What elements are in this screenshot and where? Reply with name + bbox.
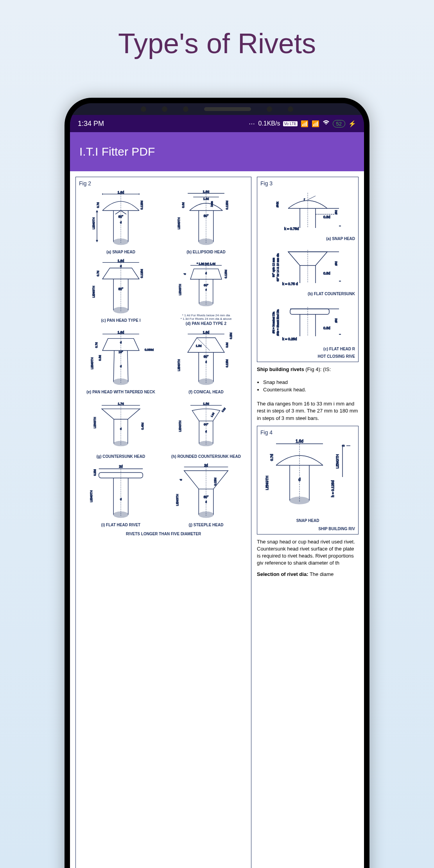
body-para-2: The snap head or cup head rivet used riv… [257,538,359,567]
svg-text:0.5d: 0.5d [323,271,330,275]
svg-text:0.125d: 0.125d [226,359,228,367]
svg-text:k = 0.25d: k = 0.25d [282,337,297,341]
svg-text:0.063d: 0.063d [145,348,154,352]
svg-text:LENGTH: LENGTH [92,286,95,298]
fig3-section-title: HOT CLOSING RIVE [260,354,355,359]
selection-heading: Selection of rivet dia: The diame [257,571,359,578]
svg-text:LENGTH: LENGTH [179,284,182,295]
fig2-footer: RIVETS LONGER THAN FIVE DIAMETER [79,532,248,536]
fig3-label: Fig 3 [260,180,355,187]
svg-text:0.5d: 0.5d [221,407,226,412]
rivet-conical-head: 1.6d 1.5d 60° d LENGTH [164,329,248,396]
svg-text:0.125d: 0.125d [224,270,228,278]
figure-4-box: Fig 4 1.6d d LENGTH [257,426,359,534]
svg-text:d: d [183,273,187,275]
svg-text:h = 0.125d: h = 0.125d [331,480,335,497]
rivet-flat-head: 2d d LENGTH 0.25d (i) FLAT [79,462,163,529]
svg-text:LENGTH: LENGTH [92,217,95,229]
svg-text:3: 3 [341,445,345,447]
svg-text:Ød = Nominal Dia: Ød = Nominal Dia [272,312,275,334]
signal-icon: 📶 [301,120,308,127]
fig2-label: Fig 2 [79,180,248,187]
svg-text:d: d [179,479,183,481]
svg-text:0.45d: 0.45d [141,423,144,430]
svg-text:Ød: Ød [334,319,338,323]
rivet-pan-head-2: * 1.3d (or) 1.4d d 60° d LENGTH d [164,257,248,327]
page-title: Type's of Rivets [0,0,434,59]
svg-text:0.5d: 0.5d [98,355,102,361]
svg-text:Ødk: Ødk [276,201,279,208]
svg-text:0.25d: 0.25d [230,333,232,339]
svg-text:LENGTH: LENGTH [177,217,181,229]
status-time: 1:34 PM [78,120,104,128]
rivet-countersunk: 1.7d d LENGTH 0.45d (g) COU [79,397,163,460]
svg-text:LENGTH: LENGTH [179,421,182,432]
svg-text:Ød: Ød [334,210,338,215]
svg-text:0.7d: 0.7d [270,454,274,461]
svg-text:0.25d: 0.25d [93,469,96,476]
rivet-pan-head-1: 1.6d d 60° LENGTH 0.7d 0.125d [79,257,163,327]
svg-text:LENGTH: LENGTH [177,359,181,371]
svg-text:LENGTH: LENGTH [335,454,339,468]
svg-text:LENGTH: LENGTH [90,490,93,502]
svg-text:LENGTH: LENGTH [93,417,97,429]
figure-2-box: Fig 2 1.6d [75,177,251,868]
phone-frame: 1:34 PM ⋯ 0.1KB/s Vo LTE 📶 📶 52 ⚡ I.T.I … [65,98,369,868]
status-bar: 1:34 PM ⋯ 0.1KB/s Vo LTE 📶 📶 52 ⚡ [70,115,364,132]
rivet-types-list: Snap head Countersunk head. [257,379,359,394]
svg-text:0.125d: 0.125d [214,478,217,486]
svg-text:0.8d: 0.8d [226,343,228,348]
rivet-grid: 1.6d 60° d LENGTH [79,189,248,529]
svg-line-58 [127,351,128,382]
svg-text:0.125d: 0.125d [140,269,143,278]
svg-text:0.5d: 0.5d [323,326,330,330]
wifi-icon [323,120,330,127]
svg-text:90° upto 12 mm: 90° upto 12 mm [272,258,275,277]
rivet-steeple-head: 2d 60° d LENGTH d 0.125d [164,462,248,529]
pdf-viewer[interactable]: Fig 2 1.6d [70,171,364,868]
data-speed: 0.1KB/s [258,120,280,127]
svg-text:k = 0.75d: k = 0.75d [284,227,299,231]
svg-line-124 [308,196,316,200]
rivet-ellipsoid-head: 1.6d 1.6d 60° 1mm [164,189,248,256]
signal-icon-2: 📶 [312,120,319,127]
body-para-1: The dia ranges from 16 to 33 mm i mm and… [257,400,359,422]
charging-icon: ⚡ [348,120,356,127]
svg-text:LENGTH: LENGTH [90,357,94,369]
rivet-snap-head: 1.6d 60° d LENGTH [79,189,163,256]
fig3-flat-countersunk: 0.5d k = 0.75 d 90° upto 12 mm 60° for 1… [260,244,355,296]
svg-text:k = 0.75 d: k = 0.75 d [282,282,298,286]
list-item: Countersunk head. [263,387,359,393]
svg-line-57 [113,351,114,382]
svg-text:0.7d: 0.7d [96,202,100,208]
svg-text:1.5d: 1.5d [196,344,202,348]
phone-notch [70,103,364,115]
svg-text:0.7d: 0.7d [95,342,98,348]
rivet-pan-tapered: 1.6d d 15° 0.063d d LENGTH [79,329,163,396]
svg-text:0.125d: 0.125d [225,201,229,210]
svg-text:0.125d: 0.125d [140,201,143,210]
app-title: I.T.I Fitter PDF [79,145,155,158]
svg-rect-142 [290,309,329,314]
svg-text:Ød: Ød [334,262,338,266]
svg-text:LENGTH: LENGTH [265,475,269,490]
fig4-label: Fig 4 [260,429,355,436]
svg-text:0.7d: 0.7d [96,271,100,276]
svg-text:Øds = Shank End Dia: Øds = Shank End Dia [276,309,279,336]
fig4-svg: 1.6d d LENGTH 0.7d LENGTH 3 [260,438,354,516]
svg-text:0.5d: 0.5d [323,215,330,219]
app-bar: I.T.I Fitter PDF [70,132,364,171]
rivet-rounded-countersunk: 1.5d 1.5d 0.5d 60° d LENGTH [164,397,248,460]
battery-indicator: 52 [333,120,345,127]
svg-text:1.6d: 1.6d [296,439,303,443]
ship-building-heading: Ship building rivets (Fig 4): (IS: [257,366,359,373]
svg-text:LENGTH: LENGTH [176,494,179,506]
svg-text:60° for 14 & 16 mm dia: 60° for 14 & 16 mm dia [276,253,279,282]
list-item: Snap head [263,379,359,385]
svg-text:r: r [304,197,305,201]
right-column: Fig 3 r 0.5d [257,177,359,868]
volte-icon: Vo LTE [283,121,297,126]
figure-3-box: Fig 3 r 0.5d [257,177,359,362]
svg-text:1.5d: 1.5d [210,412,215,417]
fig3-snap-head: r 0.5d k = 0.75d Ødk Ød (a) [260,189,355,241]
